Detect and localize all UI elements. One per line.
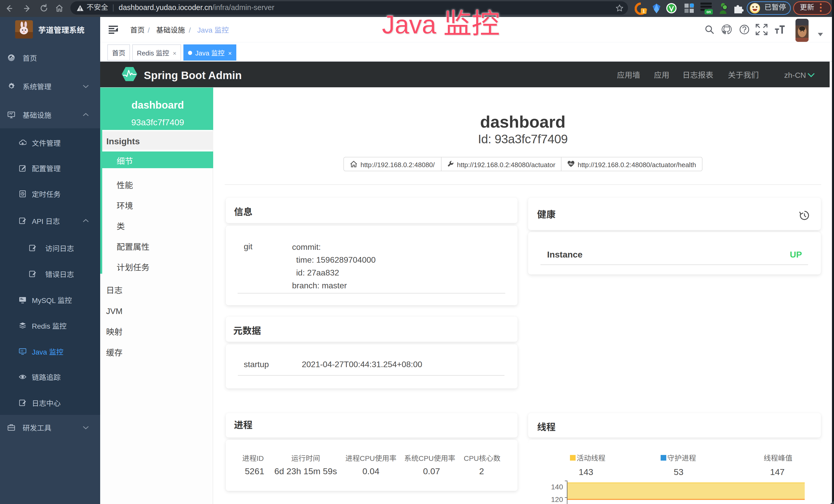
svg-text:1: 1 (643, 8, 645, 14)
svg-text:on: on (706, 9, 711, 14)
